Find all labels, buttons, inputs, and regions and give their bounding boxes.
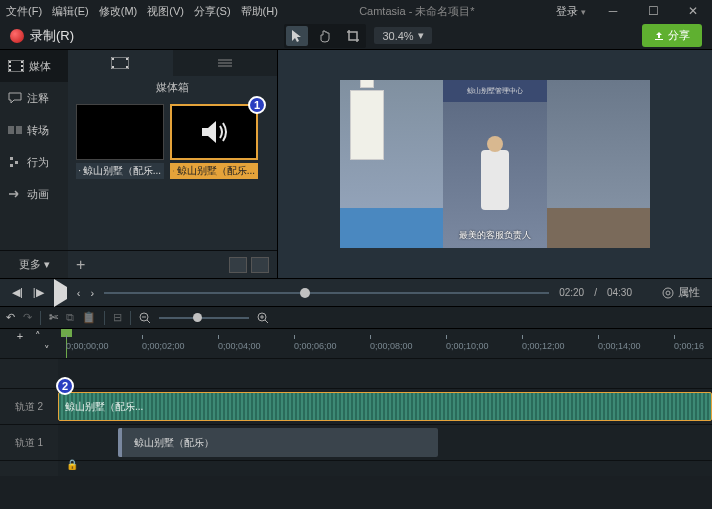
cut-button[interactable]: ✄ [49,311,58,324]
svg-rect-7 [8,126,14,134]
svg-rect-3 [9,69,11,71]
mediabin-clip[interactable]: 鲸山别墅（配乐... [76,104,164,244]
step-back-button[interactable]: ‹ [77,287,81,299]
track-options-up[interactable]: ˄ [29,330,47,343]
sidebar-item-behaviors[interactable]: 行为 [0,146,68,178]
list-view-button[interactable] [251,257,269,273]
redo-button[interactable]: ↷ [23,311,32,324]
track-row[interactable]: 轨道 2 2 鲸山别墅（配乐... [0,388,712,424]
step-forward-button[interactable]: › [90,287,94,299]
svg-rect-17 [79,170,81,171]
preview-frame-center: 鲸山别墅管理中心 最美的客服负责人 [443,80,546,248]
mediabin-title: 媒体箱 [68,76,277,98]
timeline-clip-video[interactable]: 鲸山别墅（配乐） [118,428,438,457]
annotation-icon [8,92,22,104]
svg-rect-1 [9,61,11,63]
record-button[interactable]: 录制(R) [10,27,74,45]
clip-thumbnail [76,104,164,160]
preview-frame-left [340,80,443,248]
svg-rect-4 [21,61,23,63]
maximize-button[interactable]: ☐ [640,4,666,18]
svg-rect-5 [21,65,23,67]
sidebar-item-annotations[interactable]: 注释 [0,82,68,114]
crop-tool[interactable] [342,26,364,46]
cursor-tool[interactable] [286,26,308,46]
clip-thumbnail [170,104,258,160]
undo-button[interactable]: ↶ [6,311,15,324]
play-button[interactable] [54,287,67,299]
animation-icon [8,188,22,200]
add-media-button[interactable]: + [76,256,85,274]
hand-tool[interactable] [314,26,336,46]
mediabin-tab-clip[interactable] [68,50,173,76]
mediabin-clip[interactable]: 1 鲸山别墅（配乐... [170,104,258,244]
mediabin-tab-library[interactable] [173,50,278,76]
chevron-down-icon: ▾ [44,258,50,271]
svg-point-19 [666,291,670,295]
sidebar-item-media[interactable]: 媒体 [0,50,68,82]
properties-button[interactable]: 属性 [662,285,700,300]
callout-marker: 2 [56,377,74,395]
record-icon [10,29,24,43]
chevron-down-icon: ▾ [418,29,424,42]
timeline-ruler[interactable]: 0;00;00;00 0;00;02;00 0;00;04;00 0;00;06… [58,329,712,358]
svg-rect-13 [112,58,114,60]
lock-icon: 🔒 [66,459,78,470]
svg-rect-11 [10,164,13,167]
svg-point-18 [663,288,673,298]
sidebar-more[interactable]: 更多▾ [0,250,68,278]
canvas-zoom[interactable]: 30.4%▾ [374,27,431,44]
sidebar: 媒体 注释 转场 行为 动画 更多▾ [0,50,68,278]
upload-icon [654,31,664,41]
preview-canvas[interactable]: 鲸山别墅管理中心 最美的客服负责人 [278,50,712,278]
split-button[interactable]: ⊟ [113,311,122,324]
timeline-zoom-slider[interactable] [159,317,249,319]
time-total: 04:30 [607,287,632,298]
menu-edit[interactable]: 编辑(E) [52,4,89,19]
next-frame-button[interactable]: |▶ [33,286,44,299]
menu-view[interactable]: 视图(V) [147,4,184,19]
playback-slider[interactable] [104,292,549,294]
menu-modify[interactable]: 修改(M) [99,4,138,19]
svg-rect-9 [10,157,13,160]
menu-help[interactable]: 帮助(H) [241,4,278,19]
speaker-icon [196,114,232,150]
track-label: 轨道 2 [0,389,58,424]
track-options-down[interactable]: ˅ [38,344,56,357]
zoom-out-button[interactable] [139,312,151,324]
svg-rect-8 [16,126,22,134]
track-label: 轨道 1 [0,425,58,460]
close-button[interactable]: ✕ [680,4,706,18]
grid-view-button[interactable] [229,257,247,273]
copy-button[interactable]: ⧉ [66,311,74,324]
sidebar-item-transitions[interactable]: 转场 [0,114,68,146]
login-link[interactable]: 登录 ▾ [556,4,586,19]
media-icon [8,60,24,72]
clip-icon [111,57,129,69]
window-title: Camtasia - 未命名项目* [278,4,556,19]
sidebar-item-animations[interactable]: 动画 [0,178,68,210]
minimize-button[interactable]: ─ [600,4,626,18]
svg-rect-16 [126,66,128,68]
svg-rect-2 [9,65,11,67]
zoom-in-button[interactable] [257,312,269,324]
timeline-clip-audio[interactable]: 鲸山别墅（配乐... [58,392,712,421]
prev-frame-button[interactable]: ◀| [12,286,23,299]
add-track-button[interactable]: + [11,330,29,342]
svg-rect-10 [15,161,18,164]
svg-rect-6 [21,69,23,71]
track-row[interactable]: 轨道 1 鲸山别墅（配乐） [0,424,712,460]
time-current: 02:20 [559,287,584,298]
library-icon [217,57,233,69]
audio-icon [173,167,175,175]
svg-rect-15 [112,66,114,68]
share-button[interactable]: 分享 [642,24,702,47]
callout-marker: 1 [248,96,266,114]
menu-share[interactable]: 分享(S) [194,4,231,19]
svg-rect-14 [126,58,128,60]
transition-icon [8,124,22,136]
gear-icon [662,287,674,299]
behavior-icon [8,156,22,168]
paste-button[interactable]: 📋 [82,311,96,324]
menu-file[interactable]: 文件(F) [6,4,42,19]
